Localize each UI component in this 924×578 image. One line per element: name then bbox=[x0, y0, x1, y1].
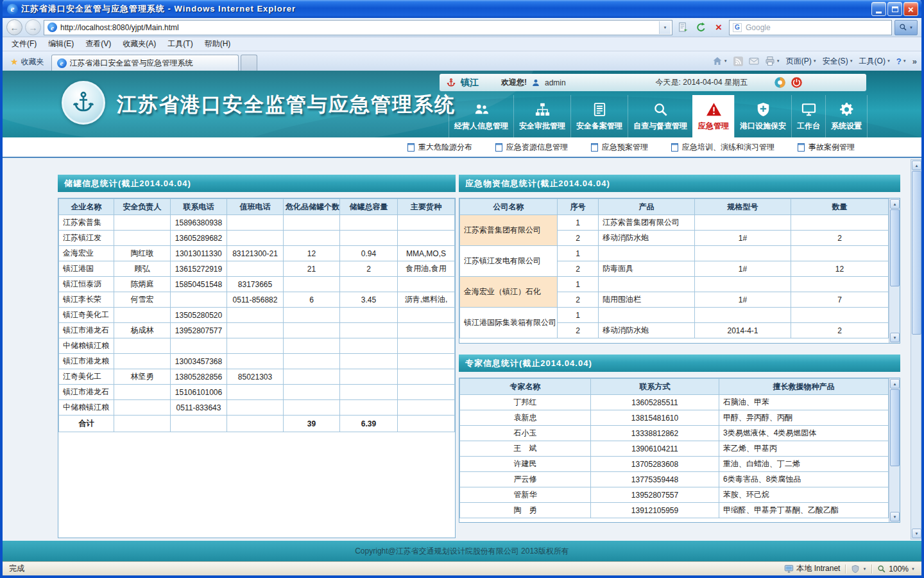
search-button[interactable]: ▼ bbox=[894, 20, 918, 35]
menu-item[interactable]: 查看(V) bbox=[80, 37, 116, 51]
supply-head-row: 公司名称序号产品规格型号数量 bbox=[460, 199, 889, 215]
nav-label: 系统设置 bbox=[831, 121, 862, 132]
nav-item-safety-filing[interactable]: 安全备案管理 bbox=[570, 95, 628, 137]
table-row: 江奇美化工林坚勇1380528285685021303 bbox=[59, 369, 455, 385]
status-bar: 完成 本地 Intranet ▼ 100% ▼ bbox=[3, 561, 921, 575]
toolbar-overflow-chevron[interactable]: » bbox=[912, 57, 917, 66]
tools-menu-button[interactable]: 工具(O)▼ bbox=[859, 56, 891, 67]
table-cell bbox=[695, 215, 791, 231]
title-bar[interactable]: e 江苏省港口安全监管与应急管理系统 - Windows Internet Ex… bbox=[3, 0, 921, 18]
protected-mode-button[interactable]: ▼ bbox=[851, 565, 866, 574]
nav-item-operator-info[interactable]: 经营人信息管理 bbox=[449, 95, 513, 137]
compatibility-view-icon[interactable] bbox=[675, 20, 690, 35]
expert-panel: 专家信息统计(截止2014.04.04) 专家名称联系方式擅长救援物种产品 丁邦… bbox=[459, 355, 900, 523]
company-cell: 江苏镇江发电有限公司 bbox=[460, 246, 558, 277]
city-label: 镇江 bbox=[461, 77, 479, 89]
refresh-button[interactable] bbox=[693, 20, 708, 35]
table-cell: 2 bbox=[558, 231, 599, 246]
nav-item-self-inspection[interactable]: 自查与督查管理 bbox=[628, 95, 692, 137]
scroll-down-arrow[interactable]: ▼ bbox=[890, 512, 900, 521]
scroll-up-arrow[interactable]: ▲ bbox=[890, 379, 900, 389]
supply-scrollbar[interactable]: ▲ ▼ bbox=[889, 198, 900, 343]
menu-item[interactable]: 文件(F) bbox=[6, 37, 42, 51]
table-cell bbox=[398, 354, 455, 369]
table-cell: 镇江港国 bbox=[59, 261, 114, 277]
scroll-thumb[interactable] bbox=[890, 389, 900, 466]
printer-icon bbox=[765, 56, 775, 66]
stop-button[interactable]: × bbox=[711, 20, 726, 35]
nav-label: 经营人信息管理 bbox=[454, 121, 508, 132]
table-cell bbox=[398, 369, 455, 385]
main-nav: 经营人信息管理 安全审批管理 安全备案管理 自查与督查管理 应急管理 bbox=[449, 95, 868, 137]
nav-item-system-settings[interactable]: 系统设置 bbox=[825, 95, 868, 137]
search-field[interactable]: G Google bbox=[729, 20, 892, 35]
menu-item[interactable]: 工具(T) bbox=[162, 37, 198, 51]
feeds-button[interactable] bbox=[733, 57, 743, 66]
scroll-down-arrow[interactable]: ▼ bbox=[890, 333, 900, 342]
table-row: 镇江市港龙粮13003457368 bbox=[59, 354, 455, 369]
people-icon bbox=[474, 101, 490, 118]
restore-button[interactable] bbox=[887, 2, 902, 16]
minimize-button[interactable] bbox=[871, 2, 886, 16]
nav-label: 自查与督查管理 bbox=[633, 121, 687, 132]
warning-triangle-icon bbox=[706, 101, 722, 118]
subnav-item[interactable]: 应急预案管理 bbox=[591, 142, 648, 153]
new-tab-stub[interactable] bbox=[241, 55, 257, 71]
help-button[interactable]: ?▼ bbox=[896, 57, 907, 66]
gear-icon bbox=[839, 101, 855, 118]
page-scrollbar[interactable]: ▲ ▼ bbox=[911, 159, 921, 539]
subnav-item[interactable]: 事故案例管理 bbox=[798, 142, 855, 153]
nav-item-emergency[interactable]: 应急管理 bbox=[692, 95, 734, 137]
nav-item-workbench[interactable]: 工作台 bbox=[791, 95, 825, 137]
scroll-down-arrow[interactable]: ▼ bbox=[912, 529, 921, 538]
url-dropdown[interactable]: ▼ bbox=[659, 21, 671, 34]
scroll-thumb[interactable] bbox=[912, 171, 921, 335]
table-cell: MMA,MO,S bbox=[398, 246, 455, 261]
print-button[interactable]: ▼ bbox=[765, 56, 780, 66]
logout-power-icon[interactable] bbox=[791, 76, 803, 89]
subnav-label: 重大危险源分布 bbox=[418, 142, 472, 153]
safety-menu-button[interactable]: 安全(S)▼ bbox=[823, 56, 853, 67]
scroll-up-arrow[interactable]: ▲ bbox=[912, 161, 921, 170]
menu-item[interactable]: 帮助(H) bbox=[200, 37, 236, 51]
zoom-control[interactable]: 100% ▼ bbox=[877, 565, 915, 574]
table-row: 镇江奇美化工13505280520 bbox=[59, 308, 455, 323]
browser-tab[interactable]: e 江苏省港口安全监管与应急管理系统 bbox=[51, 55, 239, 71]
nav-item-safety-approval[interactable]: 安全审批管理 bbox=[513, 95, 570, 137]
close-button[interactable]: × bbox=[903, 2, 918, 16]
table-cell: 3.45 bbox=[340, 292, 398, 308]
expert-head-row: 专家名称联系方式擅长救援物种产品 bbox=[460, 379, 889, 395]
mail-button[interactable] bbox=[749, 56, 759, 66]
table-row: 镇江恒泰沥陈炳庭1585045154883173665 bbox=[59, 277, 455, 292]
menu-item[interactable]: 收藏夹(A) bbox=[117, 37, 161, 51]
user-icon bbox=[531, 78, 540, 87]
subnav: 重大危险源分布应急资源信息管理应急预案管理应急培训、演练和演习管理事故案例管理 bbox=[3, 137, 921, 158]
table-cell bbox=[398, 400, 455, 416]
magnifier-icon bbox=[899, 23, 907, 31]
supply-panel: 应急物资信息统计(截止2014.04.04) 公司名称序号产品规格型号数量 江苏… bbox=[459, 175, 900, 344]
scroll-thumb[interactable] bbox=[890, 209, 900, 286]
home-button[interactable]: ▼ bbox=[712, 56, 728, 66]
back-button[interactable]: ← bbox=[6, 19, 22, 35]
column-header: 值班电话 bbox=[227, 199, 284, 215]
subnav-item[interactable]: 应急培训、演练和演习管理 bbox=[671, 142, 774, 153]
switch-user-icon[interactable] bbox=[774, 76, 786, 89]
list-icon bbox=[407, 143, 415, 152]
tools-menu-label: 工具(O) bbox=[859, 56, 886, 67]
url-field[interactable]: e http://localhost:8080/yjpt/Main.html ▼ bbox=[44, 20, 672, 35]
nav-item-port-security[interactable]: 港口设施保安 bbox=[734, 95, 791, 137]
scroll-up-arrow[interactable]: ▲ bbox=[890, 199, 900, 209]
forward-button[interactable]: → bbox=[25, 19, 41, 35]
table-cell: 21 bbox=[284, 261, 340, 277]
subnav-item[interactable]: 应急资源信息管理 bbox=[495, 142, 568, 153]
table-cell: 2 bbox=[558, 261, 599, 277]
expert-scrollbar[interactable]: ▲ ▼ bbox=[889, 378, 900, 522]
column-header: 联系电话 bbox=[171, 199, 227, 215]
column-header: 序号 bbox=[558, 199, 599, 215]
supply-panel-title: 应急物资信息统计(截止2014.04.04) bbox=[459, 175, 900, 192]
table-cell: 2014-4-1 bbox=[695, 323, 791, 338]
subnav-item[interactable]: 重大危险源分布 bbox=[407, 142, 472, 153]
favorites-button[interactable]: ★ 收藏夹 bbox=[5, 54, 49, 69]
menu-item[interactable]: 编辑(E) bbox=[43, 37, 79, 51]
page-menu-button[interactable]: 页面(P)▼ bbox=[786, 56, 817, 67]
